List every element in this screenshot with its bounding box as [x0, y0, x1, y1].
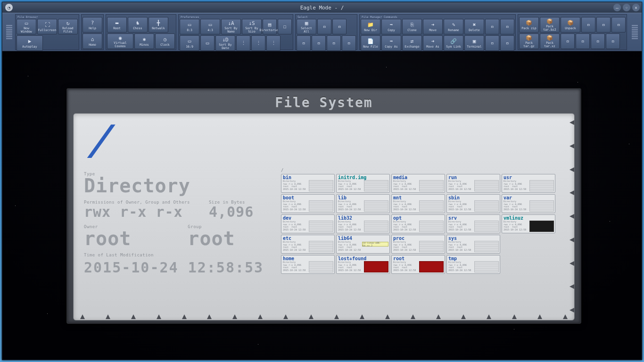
- pack-ext3[interactable]: ▫: [611, 17, 626, 33]
- pack-ext4[interactable]: ▫: [561, 33, 575, 49]
- chess-button[interactable]: ♞Chess: [128, 17, 148, 33]
- vcosmos-button[interactable]: ◉Virtual Cosmos: [107, 33, 133, 49]
- entry-media[interactable]: mediaDirectory rwx r-x 4,096 root root 2…: [391, 174, 445, 193]
- entry-lost-found[interactable]: lost+foundDirectory rwx r-x 4,096 root r…: [336, 255, 390, 274]
- entry-lib[interactable]: libDirectory rwx r-x 4,096 root root 201…: [336, 194, 390, 213]
- fm-ext2[interactable]: ▫: [500, 19, 514, 34]
- svg-marker-1: [80, 314, 85, 319]
- sort-date-button[interactable]: ↓DSort By Date: [215, 35, 235, 51]
- pack-tarxz-button[interactable]: 📦Pack tar.xz: [540, 33, 560, 49]
- space-background[interactable]: File System / Type Directory Permissions…: [2, 51, 642, 360]
- ratio-43-button[interactable]: ▭4:3: [200, 19, 220, 34]
- select-all-button[interactable]: ▦Select All: [297, 19, 316, 34]
- toolbar-button-label: 8:3: [187, 29, 192, 32]
- entry-lib32[interactable]: lib32Directory rwx r-x 4,096 root root 2…: [336, 214, 390, 233]
- pack-ext6[interactable]: ▫: [591, 33, 605, 49]
- minimize-button[interactable]: –: [613, 4, 621, 11]
- pack-zip-button[interactable]: 📦Pack zip: [519, 17, 539, 33]
- home-button[interactable]: ⌂Home: [83, 33, 102, 49]
- entry-bin[interactable]: binDirectory rwx r-x 4,096 root root 201…: [281, 174, 335, 193]
- symlink-button[interactable]: 🔗Sym Link: [444, 35, 463, 51]
- entry-mnt[interactable]: mntDirectory rwx r-x 4,096 root root 201…: [391, 194, 445, 213]
- copy-button[interactable]: ➡Copy: [381, 19, 401, 34]
- entry-sbin[interactable]: sbinDirectory rwx r-x 4,096 root root 20…: [446, 194, 500, 213]
- entry-srv[interactable]: srvDirectory rwx r-x 4,096 root root 201…: [446, 214, 500, 233]
- terminal-button[interactable]: ▣Terminal: [464, 35, 484, 51]
- moveas-button[interactable]: ➜Move As: [423, 35, 443, 51]
- fm-ext1[interactable]: ▫: [485, 19, 499, 34]
- sort-name-button[interactable]: ↓ASort By Name: [221, 19, 241, 34]
- toolbar-button-label: Help: [89, 27, 96, 30]
- autoplay-button[interactable]: ▶Autoplay: [17, 35, 43, 51]
- newdir-button[interactable]: 📁New Dir: [361, 19, 380, 34]
- select-ext2[interactable]: ▫: [332, 19, 347, 34]
- reload-button[interactable]: ↻Reload Files: [58, 19, 78, 34]
- move-button[interactable]: ➜Move: [423, 19, 443, 34]
- filesystem-panel[interactable]: File System / Type Directory Permissions…: [66, 88, 581, 324]
- grid-path: /: [281, 168, 283, 173]
- ratio-169-button-icon: ▭: [185, 38, 194, 45]
- entry-vmlinuz[interactable]: vmlinuzDirectory rwx r-x 4,096 root root…: [502, 214, 555, 233]
- pref-toggle-button[interactable]: ☐: [278, 19, 292, 34]
- copyas-button[interactable]: ➡Copy As: [381, 35, 401, 51]
- sort-size-button[interactable]: ↓SSort By Size: [242, 19, 262, 34]
- svg-marker-6: [157, 113, 161, 114]
- entry-tmp[interactable]: tmpDirectory rwx r-x 4,096 root root 201…: [446, 255, 500, 274]
- newfile-button[interactable]: 📄New File: [361, 35, 380, 51]
- new-window-button[interactable]: ▭New Window: [17, 19, 36, 34]
- mines-button[interactable]: ✱Mines: [134, 33, 154, 49]
- root-button[interactable]: ▬Root: [107, 17, 127, 33]
- unpack-button[interactable]: 📦Unpack: [561, 17, 580, 33]
- cursor-tick-icon: [258, 113, 263, 114]
- ratio-custom-button[interactable]: ▭: [200, 35, 215, 51]
- entry-thumbnail: [529, 221, 554, 232]
- entry-lib64[interactable]: lib64Directory rwx r-x 4,096 root root 2…: [336, 235, 390, 254]
- help-button[interactable]: ?Help: [83, 17, 102, 33]
- entry-opt[interactable]: optDirectory rwx r-x 4,096 root root 201…: [391, 214, 445, 233]
- fullscreen-button[interactable]: ⛶Fullscreen: [37, 19, 57, 34]
- pref-extra2-button[interactable]: ⋮: [251, 35, 265, 51]
- pack-ext1[interactable]: ▫: [581, 17, 595, 33]
- entry-boot[interactable]: bootDirectory rwx r-x 4,096 root root 20…: [281, 194, 335, 213]
- cursor-tick-icon: [73, 144, 74, 148]
- select-ext4[interactable]: ▫: [312, 35, 326, 51]
- entry-etc[interactable]: etcDirectory rwx r-x 4,096 root root 201…: [281, 235, 335, 254]
- pack-tarbz2-button[interactable]: 📦Pack tar.bz2: [540, 17, 560, 33]
- entry-usr[interactable]: usrDirectory rwx r-x 4,096 root root 201…: [502, 174, 555, 193]
- netwalk-button[interactable]: ╋Netwalk: [149, 17, 168, 33]
- entry-dev[interactable]: devDirectory rwx r-x 4,096 root root 201…: [281, 214, 335, 233]
- cursor-tick-icon: [487, 314, 491, 319]
- entry-proc[interactable]: procDirectory rwx r-x 4,096 root root 20…: [391, 235, 445, 254]
- clock-button[interactable]: ◷Clock: [155, 33, 175, 49]
- panel-inner[interactable]: / Type Directory Permissions of Owner, G…: [73, 113, 575, 321]
- entry-initrd-img[interactable]: initrd.imgDirectory rwx r-x 4,096 root r…: [336, 174, 390, 193]
- toolbar-button-label: Sym Link: [446, 45, 461, 49]
- svg-marker-5: [131, 314, 136, 319]
- select-ext6[interactable]: ▫: [342, 35, 356, 51]
- maximize-button[interactable]: ◦: [623, 4, 630, 11]
- close-button[interactable]: ×: [632, 4, 640, 11]
- pack-targz-button[interactable]: 📦Pack tar.gz: [519, 33, 539, 49]
- entry-var[interactable]: varDirectory rwx r-x 4,096 root root 201…: [502, 194, 555, 213]
- fm-ext3[interactable]: ▫: [485, 35, 499, 51]
- select-ext5[interactable]: ▫: [327, 35, 341, 51]
- entry-sys[interactable]: sysDirectory rwx r-x 4,096 root root 201…: [446, 235, 500, 254]
- exchange-button[interactable]: ⇄Exchange: [402, 35, 422, 51]
- dirs-first-button[interactable]: ▤Directories: [263, 19, 277, 34]
- pref-extra1-button[interactable]: ⋮: [236, 35, 250, 51]
- rename-button[interactable]: ✎Rename: [444, 19, 463, 34]
- entry-run[interactable]: runDirectory rwx r-x 4,096 root root 201…: [446, 174, 500, 193]
- entry-root[interactable]: rootDirectory rwx r-x 4,096 root root 20…: [391, 255, 445, 274]
- entry-home[interactable]: homeDirectory rwx r-x 4,096 root root 20…: [281, 255, 335, 274]
- clone-button[interactable]: ⎘Clone: [402, 19, 422, 34]
- pack-ext7[interactable]: ▫: [606, 33, 620, 49]
- ratio-169-button[interactable]: ▭16:9: [180, 35, 199, 51]
- select-ext1[interactable]: ▫: [317, 19, 331, 34]
- select-ext3[interactable]: ▫: [297, 35, 311, 51]
- pack-ext5[interactable]: ▫: [576, 33, 590, 49]
- delete-button[interactable]: ✖Delete: [464, 19, 484, 34]
- fm-ext4[interactable]: ▫: [500, 35, 514, 51]
- pack-ext2[interactable]: ▫: [596, 17, 611, 33]
- pref-extra3-button[interactable]: ⋮: [266, 35, 281, 51]
- ratio-83-button[interactable]: ▭8:3: [180, 19, 199, 34]
